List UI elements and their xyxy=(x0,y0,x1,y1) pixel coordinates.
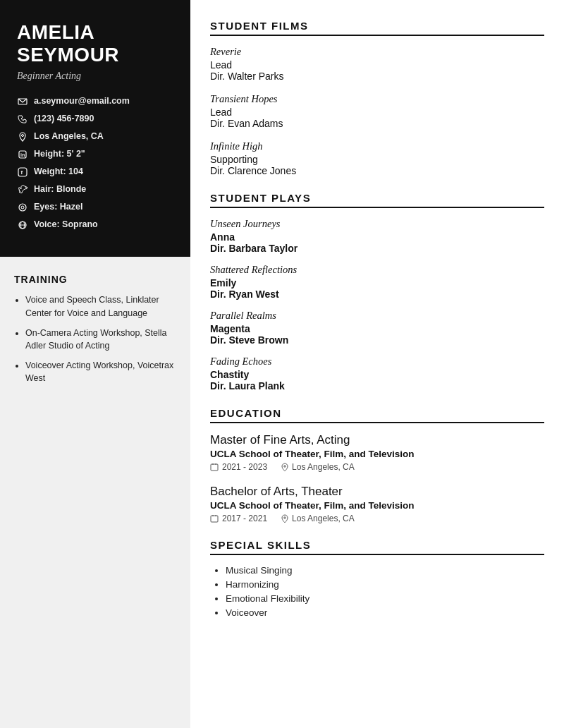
film-entry: Infinite High Supporting Dir. Clarence J… xyxy=(210,140,544,176)
play-entry: Parallel Realms Magenta Dir. Steve Brown xyxy=(210,310,544,346)
edu-location: Los Angeles, CA xyxy=(281,514,355,523)
contact-item-eyes: Eyes: Hazel xyxy=(17,202,173,214)
student-plays-title: STUDENT PLAYS xyxy=(210,192,544,208)
svg-point-18 xyxy=(284,517,286,518)
contact-email-text: a.seymour@email.com xyxy=(34,96,130,106)
play-director: Dir. Steve Brown xyxy=(210,334,544,346)
film-title: Transient Hopes xyxy=(210,93,544,105)
contact-item-phone: (123) 456-7890 xyxy=(17,114,173,126)
main-content: STUDENT FILMS Reverie Lead Dir. Walter P… xyxy=(190,0,564,728)
skill-item: Harmonizing xyxy=(226,579,544,590)
weight-icon: f xyxy=(17,167,28,179)
play-entry: Unseen Journeys Anna Dir. Barbara Taylor xyxy=(210,218,544,254)
film-title: Reverie xyxy=(210,46,544,58)
training-item: On-Camera Acting Workshop, Stella Adler … xyxy=(25,327,176,352)
training-title: TRAINING xyxy=(14,274,176,285)
svg-point-7 xyxy=(21,206,24,209)
play-entry: Shattered Reflections Emily Dir. Ryan We… xyxy=(210,264,544,300)
student-plays-section: STUDENT PLAYS Unseen Journeys Anna Dir. … xyxy=(210,192,544,392)
hair-icon xyxy=(17,185,28,197)
contact-item-email: a.seymour@email.com xyxy=(17,96,173,109)
svg-point-6 xyxy=(19,204,26,211)
svg-point-14 xyxy=(284,466,286,467)
plays-list: Unseen Journeys Anna Dir. Barbara Taylor… xyxy=(210,218,544,392)
sidebar-header: AMELIA SEYMOUR Beginner Acting a.seymour… xyxy=(0,0,190,257)
play-director: Dir. Laura Plank xyxy=(210,380,544,392)
film-title: Infinite High xyxy=(210,140,544,152)
skills-title: SPECIAL SKILLS xyxy=(210,539,544,555)
skill-item: Emotional Flexibility xyxy=(226,593,544,604)
edu-degree: Bachelor of Arts, Theater xyxy=(210,485,544,499)
contact-item-voice: Voice: Soprano xyxy=(17,219,173,232)
voice-icon xyxy=(17,220,28,232)
play-role: Chastity xyxy=(210,369,544,380)
email-icon xyxy=(17,97,28,109)
contact-hair-text: Hair: Blonde xyxy=(34,184,86,194)
play-title: Unseen Journeys xyxy=(210,218,544,230)
edu-meta: 2017 - 2021 Los Angeles, CA xyxy=(210,514,544,523)
eyes-icon xyxy=(17,202,28,214)
svg-text:in: in xyxy=(20,152,25,157)
education-section: EDUCATION Master of Fine Arts, Acting UC… xyxy=(210,407,544,523)
play-director: Dir. Barbara Taylor xyxy=(210,243,544,254)
edu-school: UCLA School of Theater, Film, and Televi… xyxy=(210,500,544,511)
edu-years: 2017 - 2021 xyxy=(210,514,267,523)
training-item: Voice and Speech Class, Linklater Center… xyxy=(25,293,176,319)
edu-meta: 2021 - 2023 Los Angeles, CA xyxy=(210,462,544,472)
training-item: Voiceover Acting Workshop, Voicetrax Wes… xyxy=(25,359,176,384)
student-films-section: STUDENT FILMS Reverie Lead Dir. Walter P… xyxy=(210,20,544,176)
edu-years: 2021 - 2023 xyxy=(210,462,267,472)
play-title: Shattered Reflections xyxy=(210,264,544,276)
special-skills-section: SPECIAL SKILLS Musical SingingHarmonizin… xyxy=(210,539,544,618)
contact-weight-text: Weight: 104 xyxy=(34,166,83,176)
play-director: Dir. Ryan West xyxy=(210,289,544,300)
film-role: Supporting xyxy=(210,154,544,165)
education-entry: Bachelor of Arts, Theater UCLA School of… xyxy=(210,485,544,523)
sidebar: AMELIA SEYMOUR Beginner Acting a.seymour… xyxy=(0,0,190,728)
contact-eyes-text: Eyes: Hazel xyxy=(34,202,82,212)
name: AMELIA SEYMOUR xyxy=(17,21,173,66)
film-director: Dir. Clarence Jones xyxy=(210,165,544,176)
phone-icon xyxy=(17,114,28,126)
film-director: Dir. Evan Adams xyxy=(210,118,544,129)
edu-school: UCLA School of Theater, Film, and Televi… xyxy=(210,449,544,459)
contact-list: a.seymour@email.com(123) 456-7890Los Ang… xyxy=(17,96,173,232)
play-entry: Fading Echoes Chastity Dir. Laura Plank xyxy=(210,356,544,392)
education-title: EDUCATION xyxy=(210,407,544,423)
svg-point-1 xyxy=(22,135,24,137)
tagline: Beginner Acting xyxy=(17,71,173,82)
skills-list: Musical SingingHarmonizingEmotional Flex… xyxy=(210,565,544,618)
student-films-title: STUDENT FILMS xyxy=(210,20,544,36)
skill-item: Musical Singing xyxy=(226,565,544,576)
play-role: Emily xyxy=(210,277,544,289)
play-title: Fading Echoes xyxy=(210,356,544,368)
resume-container: AMELIA SEYMOUR Beginner Acting a.seymour… xyxy=(0,0,564,728)
play-role: Magenta xyxy=(210,323,544,334)
edu-degree: Master of Fine Arts, Acting xyxy=(210,433,544,447)
name-line1: AMELIA xyxy=(17,21,94,43)
education-list: Master of Fine Arts, Acting UCLA School … xyxy=(210,433,544,523)
contact-item-hair: Hair: Blonde xyxy=(17,184,173,197)
contact-location-text: Los Angeles, CA xyxy=(34,131,104,141)
contact-phone-text: (123) 456-7890 xyxy=(34,114,94,123)
svg-rect-15 xyxy=(211,516,218,522)
contact-voice-text: Voice: Soprano xyxy=(34,219,98,229)
film-entry: Reverie Lead Dir. Walter Parks xyxy=(210,46,544,82)
edu-location: Los Angeles, CA xyxy=(281,462,355,472)
films-list: Reverie Lead Dir. Walter Parks Transient… xyxy=(210,46,544,176)
skill-item: Voiceover xyxy=(226,607,544,618)
contact-item-weight: fWeight: 104 xyxy=(17,166,173,179)
film-role: Lead xyxy=(210,107,544,118)
contact-item-height: inHeight: 5' 2" xyxy=(17,149,173,162)
training-list: Voice and Speech Class, Linklater Center… xyxy=(14,293,176,384)
height-icon: in xyxy=(17,150,28,162)
play-role: Anna xyxy=(210,231,544,243)
education-entry: Master of Fine Arts, Acting UCLA School … xyxy=(210,433,544,472)
contact-item-location: Los Angeles, CA xyxy=(17,131,173,144)
contact-height-text: Height: 5' 2" xyxy=(34,149,85,159)
svg-text:f: f xyxy=(21,169,23,176)
svg-rect-11 xyxy=(211,464,218,471)
name-line2: SEYMOUR xyxy=(17,44,119,66)
film-director: Dir. Walter Parks xyxy=(210,71,544,82)
film-role: Lead xyxy=(210,59,544,71)
